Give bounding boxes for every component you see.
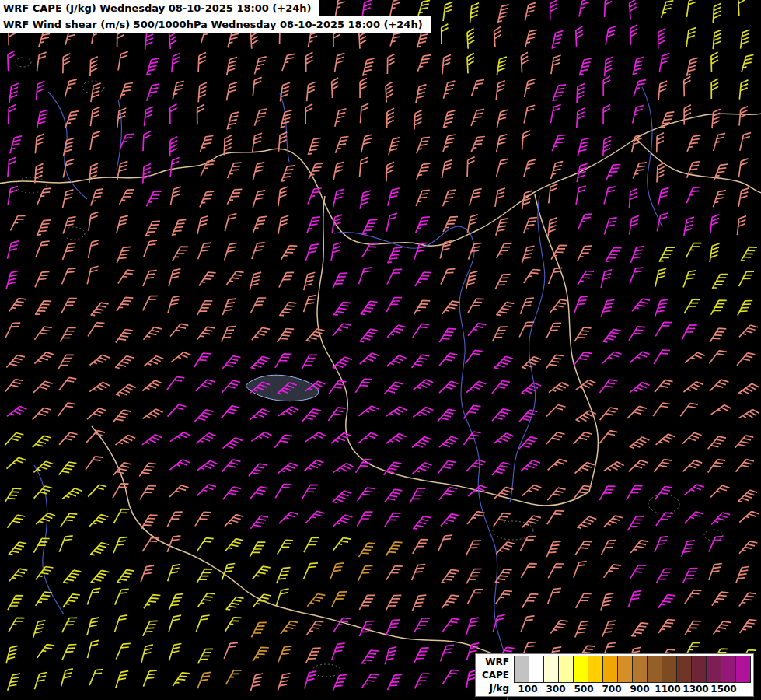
wind-barb: [90, 543, 109, 555]
wind-barb: [147, 84, 160, 101]
wind-barb: [357, 512, 372, 526]
wind-barb: [89, 163, 98, 183]
wind-barb: [333, 273, 347, 289]
wind-barb: [197, 301, 213, 316]
wind-barb: [250, 516, 268, 529]
wind-barb: [253, 133, 263, 152]
map-title-windshear: WRF Wind shear (m/s) 500/1000hPa Wednesd…: [0, 16, 431, 33]
wind-barb: [550, 0, 557, 20]
wind-barb: [389, 138, 400, 156]
wind-barb: [576, 593, 592, 608]
wind-barb: [606, 165, 620, 180]
wind-barb: [304, 563, 318, 579]
wind-barb: [86, 431, 105, 443]
wind-barb: [710, 243, 720, 262]
wind-barb: [736, 460, 754, 472]
wind-barb: [359, 595, 375, 610]
wind-barb: [36, 241, 50, 257]
wind-barb: [386, 298, 402, 313]
wind-barb: [738, 490, 757, 502]
wind-barb: [686, 28, 696, 47]
wind-barb: [551, 105, 561, 124]
wind-barb: [466, 350, 483, 363]
wind-barb: [634, 80, 646, 97]
wind-barb: [521, 616, 534, 632]
wind-barb: [333, 537, 351, 551]
legend-unit-label: J/kg: [480, 683, 509, 694]
legend-tick: 100: [514, 684, 542, 695]
wind-barb: [139, 463, 156, 476]
wind-barb: [308, 138, 320, 156]
wind-barb: [442, 160, 452, 179]
wind-barb: [522, 383, 541, 394]
wind-barb: [686, 243, 702, 258]
wind-barb: [200, 136, 213, 152]
wind-barb: [415, 272, 431, 286]
wind-barb: [711, 52, 718, 72]
wind-barb: [251, 356, 270, 369]
wind-barb: [633, 57, 644, 75]
wind-barb: [385, 513, 401, 527]
wind-barb: [140, 485, 156, 499]
wind-barb: [497, 159, 508, 177]
wind-barb: [470, 3, 479, 23]
wind-barb: [362, 220, 377, 235]
wind-barb: [386, 213, 397, 232]
wind-barb: [116, 643, 130, 659]
wind-barb: [279, 512, 298, 523]
wind-barb: [37, 188, 51, 204]
wind-barb: [496, 81, 505, 100]
wind-barb: [333, 324, 351, 336]
wind-barb: [413, 540, 428, 554]
wind-barb: [467, 53, 474, 73]
wind-barb: [35, 134, 44, 153]
wind-barb: [602, 300, 615, 317]
wind-barb: [222, 356, 240, 369]
wind-barb: [549, 184, 558, 204]
legend: WRF CAPE J/kg 10030050070090011001300150…: [475, 653, 754, 697]
wind-barb: [280, 303, 297, 316]
wind-barb: [522, 246, 535, 263]
wind-barb: [630, 215, 639, 234]
wind-barb: [524, 105, 535, 123]
wind-barb: [62, 645, 77, 660]
wind-barb: [62, 618, 78, 632]
wind-barb: [63, 570, 81, 583]
wind-barb: [167, 512, 183, 527]
wind-barb: [709, 351, 727, 364]
wind-barb: [547, 588, 561, 604]
wind-barb: [113, 537, 127, 554]
wind-barb: [276, 589, 288, 606]
wind-barb: [253, 594, 271, 607]
wind-barb: [442, 569, 459, 583]
wind-barb: [33, 436, 51, 447]
wind-barb: [441, 514, 459, 527]
wind-barb: [333, 302, 351, 315]
wind-barb: [143, 271, 157, 286]
wind-barb: [576, 26, 583, 47]
wind-barb: [658, 620, 675, 633]
wind-barb: [7, 406, 27, 416]
wind-barb: [118, 51, 128, 70]
legend-tick: 300: [542, 684, 570, 695]
wind-barb: [710, 485, 729, 497]
wind-barb: [384, 462, 402, 474]
wind-barb: [116, 435, 136, 445]
wind-barb: [711, 300, 727, 315]
wind-barb: [468, 324, 486, 336]
wind-barb: [443, 110, 455, 128]
wind-barb: [331, 433, 351, 444]
wind-barb: [87, 408, 106, 419]
wind-barb: [521, 460, 540, 471]
wind-barb: [169, 269, 180, 287]
wind-barb: [687, 135, 700, 152]
wind-barb: [331, 243, 341, 261]
legend-swatch: [617, 656, 632, 682]
legend-model-label: WRF: [480, 656, 509, 667]
wind-barb: [579, 58, 592, 75]
wind-barb: [278, 646, 292, 663]
wind-barb: [578, 138, 589, 156]
wind-barb: [227, 112, 239, 129]
wind-barb: [685, 485, 704, 495]
wind-barb: [553, 85, 566, 101]
